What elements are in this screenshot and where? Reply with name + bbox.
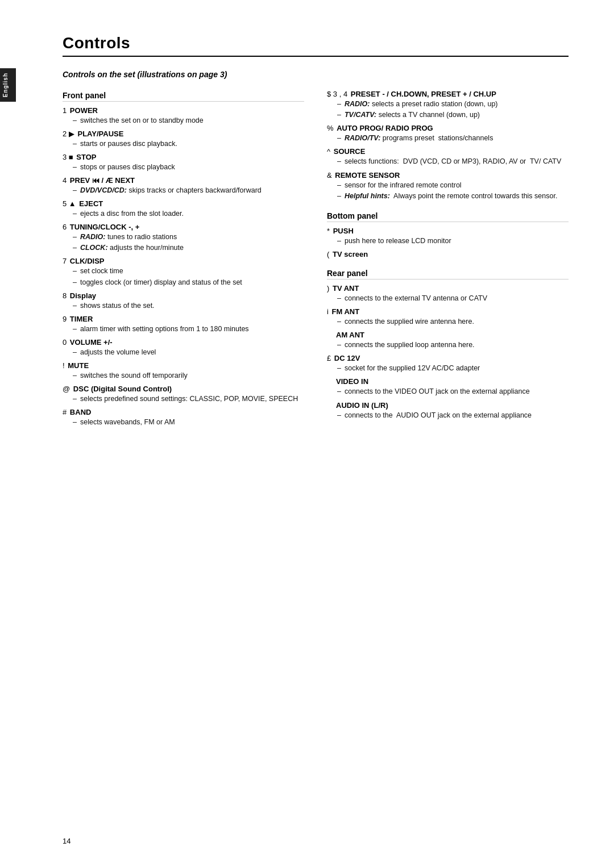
control-desc-amant: connects the supplied loop antenna here. xyxy=(337,340,569,350)
control-name-mute: MUTE xyxy=(68,361,89,370)
control-videoin: VIDEO IN connects to the VIDEO OUT jack … xyxy=(327,377,569,397)
control-number-0: 0 xyxy=(63,338,67,347)
control-prevnext: 4 PREV ⏮ / Æ NEXT DVD/VCD/CD: skips trac… xyxy=(63,176,304,195)
right-column: $ 3 , 4 PRESET - / CH.DOWN, PRESET + / C… xyxy=(327,69,569,431)
rear-panel-title: Rear panel xyxy=(327,269,569,279)
control-name-tuning: TUNING/CLOCK -, + xyxy=(70,223,139,231)
control-number-dsc: @ xyxy=(63,385,70,393)
control-desc-timer: alarm timer with setting options from 1 … xyxy=(73,324,304,334)
control-name-volume: VOLUME +/- xyxy=(70,338,113,347)
control-number-tvant: ) xyxy=(327,284,329,293)
control-name-remote: REMOTE SENSOR xyxy=(335,171,400,180)
main-content: Controls Controls on the set (illustrati… xyxy=(63,34,569,431)
control-number-mute: ! xyxy=(63,361,65,370)
control-desc-fmant: connects the supplied wire antenna here. xyxy=(337,316,569,327)
control-number-4: 4 xyxy=(63,176,67,185)
control-display: 8 Display shows status of the set. xyxy=(63,291,304,311)
control-power: 1 POWER switches the set on or to standb… xyxy=(63,106,304,126)
control-desc-display: shows status of the set. xyxy=(73,301,304,311)
control-band: # BAND selects wavebands, FM or AM xyxy=(63,408,304,427)
control-name-audioin: AUDIO IN (L/R) xyxy=(336,401,388,410)
control-desc-source: selects functions: DVD (VCD, CD or MP3),… xyxy=(337,156,569,166)
control-fmant: i FM ANT connects the supplied wire ante… xyxy=(327,307,569,327)
control-desc-dc12v: socket for the supplied 12V AC/DC adapte… xyxy=(337,363,569,373)
control-name-timer: TIMER xyxy=(70,315,93,323)
control-name-videoin: VIDEO IN xyxy=(336,377,368,386)
control-number-dc12v: £ xyxy=(327,354,331,362)
control-desc-push: push here to release LCD monitor xyxy=(337,236,569,246)
control-tvant: ) TV ANT connects to the external TV ant… xyxy=(327,284,569,303)
page-number: 14 xyxy=(63,837,70,845)
control-number-push: * xyxy=(327,227,330,235)
control-name-preset: PRESET - / CH.DOWN, PRESET + / CH.UP xyxy=(351,90,496,98)
control-number-fmant: i xyxy=(327,307,329,316)
control-audioin: AUDIO IN (L/R) connects to the AUDIO OUT… xyxy=(327,401,569,420)
control-amant: AM ANT connects the supplied loop antenn… xyxy=(327,331,569,350)
control-desc-band: selects wavebands, FM or AM xyxy=(73,417,304,427)
control-dc12v: £ DC 12V socket for the supplied 12V AC/… xyxy=(327,354,569,373)
control-desc-clkdisp-2: toggles clock (or timer) display and sta… xyxy=(73,277,304,287)
control-desc-prevnext: DVD/VCD/CD: skips tracks or chapters bac… xyxy=(73,185,304,195)
control-desc-autoprog: RADIO/TV: programs preset stations/chann… xyxy=(337,133,569,143)
control-name-dc12v: DC 12V xyxy=(334,354,360,362)
control-autoprog: % AUTO PROG/ RADIO PROG RADIO/TV: progra… xyxy=(327,124,569,143)
control-desc-remote-1: sensor for the infrared remote control xyxy=(337,180,569,190)
control-number-2: 2 ▶ xyxy=(63,130,74,138)
control-number-3: 3 ■ xyxy=(63,153,73,161)
sidebar-label: English xyxy=(0,68,16,102)
control-preset: $ 3 , 4 PRESET - / CH.DOWN, PRESET + / C… xyxy=(327,90,569,120)
control-number-band: # xyxy=(63,408,67,416)
page: English Controls Controls on the set (il… xyxy=(0,0,614,868)
control-name-eject: EJECT xyxy=(79,199,103,208)
control-remote-sensor: & REMOTE SENSOR sensor for the infrared … xyxy=(327,171,569,201)
control-tuning: 6 TUNING/CLOCK -, + RADIO: tunes to radi… xyxy=(63,223,304,253)
control-number-source: ^ xyxy=(327,147,330,156)
control-number-1: 1 xyxy=(63,106,67,115)
control-desc-remote-2: Helpful hints: Always point the remote c… xyxy=(337,191,569,201)
control-desc-mute: switches the sound off temporarily xyxy=(73,370,304,381)
control-eject: 5 ▲ EJECT ejects a disc from the slot lo… xyxy=(63,199,304,219)
control-mute: ! MUTE switches the sound off temporaril… xyxy=(63,361,304,381)
left-column: Controls on the set (illustrations on pa… xyxy=(63,69,304,431)
control-push: * PUSH push here to release LCD monitor xyxy=(327,227,569,246)
control-name-band: BAND xyxy=(70,408,92,416)
control-name-stop: STOP xyxy=(76,153,96,161)
control-desc-dsc: selects predefined sound settings: CLASS… xyxy=(73,394,304,404)
control-desc-eject: ejects a disc from the slot loader. xyxy=(73,208,304,219)
control-source: ^ SOURCE selects functions: DVD (VCD, CD… xyxy=(327,147,569,166)
control-name-fmant: FM ANT xyxy=(332,307,360,316)
page-title: Controls xyxy=(63,34,569,52)
control-desc-preset-2: TV/CATV: selects a TV channel (down, up) xyxy=(337,110,569,120)
bottom-panel-title: Bottom panel xyxy=(327,211,569,222)
two-column-layout: Controls on the set (illustrations on pa… xyxy=(63,69,569,431)
control-number-9: 9 xyxy=(63,315,67,323)
control-name-autoprog: AUTO PROG/ RADIO PROG xyxy=(337,124,433,132)
control-number-7: 7 xyxy=(63,257,67,265)
control-number-preset: $ 3 , 4 xyxy=(327,90,347,98)
control-desc-tuning-2: CLOCK: adjusts the hour/minute xyxy=(73,243,304,253)
title-rule xyxy=(63,56,569,57)
control-desc-videoin: connects to the VIDEO OUT jack on the ex… xyxy=(337,386,569,397)
control-name-display: Display xyxy=(70,291,96,300)
control-desc-volume: adjusts the volume level xyxy=(73,347,304,357)
control-number-8: 8 xyxy=(63,291,67,300)
control-stop: 3 ■ STOP stops or pauses disc playback xyxy=(63,153,304,172)
control-name-tvant: TV ANT xyxy=(333,284,359,293)
control-desc-tvant: connects to the external TV antenna or C… xyxy=(337,293,569,303)
control-desc-power: switches the set on or to standby mode xyxy=(73,115,304,126)
control-name-source: SOURCE xyxy=(334,147,366,156)
control-name-push: PUSH xyxy=(333,227,354,235)
control-name-prevnext: PREV ⏮ / Æ NEXT xyxy=(70,176,135,185)
intro-text: Controls on the set (illustrations on pa… xyxy=(63,69,304,81)
control-timer: 9 TIMER alarm timer with setting options… xyxy=(63,315,304,334)
control-desc-stop: stops or pauses disc playback xyxy=(73,162,304,172)
control-tvscreen: ( TV screen xyxy=(327,250,569,258)
control-number-autoprog: % xyxy=(327,124,334,132)
control-name-dsc: DSC (Digital Sound Control) xyxy=(73,385,172,393)
control-playpause: 2 ▶ PLAY/PAUSE starts or pauses disc pla… xyxy=(63,130,304,149)
control-number-remote: & xyxy=(327,171,332,180)
control-name-amant: AM ANT xyxy=(336,331,364,339)
control-number-tvscreen: ( xyxy=(327,250,329,258)
control-volume: 0 VOLUME +/- adjusts the volume level xyxy=(63,338,304,357)
control-desc-preset-1: RADIO: selects a preset radio station (d… xyxy=(337,99,569,109)
